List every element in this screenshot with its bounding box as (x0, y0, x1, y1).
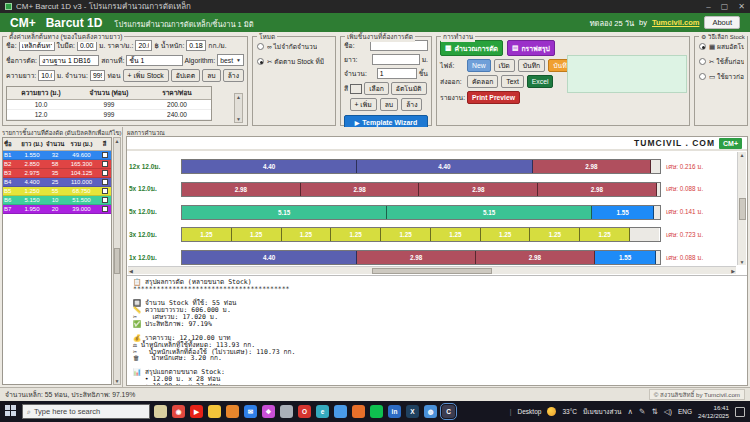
piece-row[interactable]: B65.1501051.500 (3, 196, 111, 205)
file-explorer-icon[interactable] (208, 405, 221, 418)
delete-piece-button[interactable]: ลบ (380, 98, 398, 111)
clear-piece-button[interactable]: ล้าง (401, 98, 422, 111)
stock-qty-input[interactable] (90, 70, 106, 81)
tumcivil-logo-icon[interactable] (154, 405, 167, 418)
chart-vertical-scrollbar[interactable]: ▲ ▼ (737, 152, 746, 265)
piece-row[interactable]: B11.5503249.600 (3, 151, 111, 160)
pen-icon[interactable]: ✎ (639, 407, 645, 416)
about-button[interactable]: About (704, 16, 740, 29)
weather-temp[interactable]: 33°C (562, 408, 577, 415)
piece-row[interactable]: B44.40025110.000 (3, 178, 111, 187)
minimize-button[interactable]: – (706, 2, 710, 11)
language-indicator[interactable]: ENG (678, 408, 692, 415)
store-icon[interactable] (226, 405, 239, 418)
auto-color-button[interactable]: อัตโนมัติ (391, 82, 427, 95)
scrollbar-thumb[interactable] (114, 248, 120, 274)
taskbar-search[interactable]: ⌕ Type here to search (22, 404, 150, 419)
mail-icon[interactable]: ✉ (244, 405, 257, 418)
browser-icon[interactable] (334, 405, 347, 418)
stock-method-option[interactable]: ▭ ใช้ยาวก่อน (699, 71, 744, 82)
place-input[interactable] (126, 55, 182, 66)
network-icon[interactable]: ⇅ (651, 407, 657, 416)
pieces-list-scrollbar[interactable]: ▲ ▼ (113, 137, 121, 385)
stock-table-row[interactable]: 10.0999200.00 (7, 100, 211, 110)
color-checkbox[interactable] (102, 188, 108, 194)
weather-text[interactable]: มีเมฆบางส่วน (583, 407, 622, 417)
open-file-button[interactable]: เปิด (494, 59, 515, 72)
mode-option[interactable]: ✂ ตัดตาม Stock ที่มี (257, 56, 332, 67)
stock-method-option[interactable]: ✂ ใช้สั้นก่อน (699, 56, 744, 67)
volume-icon[interactable]: ◁) (664, 407, 672, 416)
maximize-button[interactable]: ▢ (721, 2, 729, 11)
clear-stock-button[interactable]: ล้าง (223, 69, 244, 82)
scroll-up-icon[interactable]: ▲ (115, 138, 120, 144)
algorithm-select[interactable]: best▼ (217, 54, 244, 66)
pick-color-button[interactable]: เลือก (364, 82, 389, 95)
export-excel-button[interactable]: Excel (527, 75, 554, 88)
bar-track: 4.404.402.98 (181, 159, 661, 174)
scroll-down-icon[interactable]: ▼ (236, 116, 241, 122)
cm-barcut-app-icon[interactable]: C (442, 405, 455, 418)
scrollbar-thumb[interactable] (739, 198, 746, 220)
summary-graph-button[interactable]: ▤ กราฟสรุป (507, 40, 555, 56)
stock-method-option[interactable]: ▦ ผสมอัตโนมัติ (699, 41, 744, 52)
color-checkbox[interactable] (102, 170, 108, 176)
opera-icon[interactable]: O (298, 405, 311, 418)
calculate-button[interactable]: ▦ คำนวณการตัด (440, 40, 503, 56)
color-checkbox[interactable] (102, 179, 108, 185)
scroll-right-icon[interactable]: ▶ (731, 268, 735, 274)
add-stock-button[interactable]: + เพิ่ม Stock (123, 69, 169, 82)
color-checkbox[interactable] (102, 161, 108, 167)
save-file-button[interactable]: บันทึก (518, 59, 546, 72)
scroll-down-icon[interactable]: ▼ (740, 259, 745, 265)
close-button[interactable]: ✕ (738, 2, 745, 11)
price-input[interactable] (135, 40, 152, 51)
stock-table-scrollbar[interactable]: ▲▼ (234, 93, 243, 123)
scroll-up-icon[interactable]: ▲ (740, 152, 745, 158)
globe-icon[interactable]: ◍ (424, 405, 437, 418)
piece-row[interactable]: B22.85058165.300 (3, 160, 111, 169)
scroll-up-icon[interactable]: ▲ (236, 94, 241, 100)
color-checkbox[interactable] (102, 152, 108, 158)
linkedin-icon[interactable]: in (388, 405, 401, 418)
stock-length-input[interactable] (38, 70, 55, 81)
cut-name-input[interactable] (39, 55, 99, 66)
piece-row[interactable]: B32.97535104.125 (3, 169, 111, 178)
notification-center-icon[interactable] (735, 407, 745, 417)
chrome-icon[interactable]: ◉ (172, 405, 185, 418)
copy-button[interactable]: คัดลอก (467, 75, 498, 88)
piece-length-input[interactable] (372, 54, 420, 65)
photos-icon[interactable]: ❖ (262, 405, 275, 418)
youtube-icon[interactable]: ▶ (190, 405, 203, 418)
piece-row[interactable]: B51.2505568.750 (3, 187, 111, 196)
tray-expand-icon[interactable]: ∧ (628, 407, 634, 416)
chart-horizontal-scrollbar[interactable]: ◀ ▶ (128, 266, 736, 274)
edge-icon[interactable]: e (316, 405, 329, 418)
clock[interactable]: 16:41 24/12/2025 (698, 404, 729, 418)
scroll-left-icon[interactable]: ◀ (129, 268, 133, 274)
add-piece-button[interactable]: + เพิ่ม (350, 98, 377, 111)
piece-qty-input[interactable] (377, 68, 417, 79)
color-checkbox[interactable] (102, 197, 108, 203)
print-preview-button[interactable]: Print Preview (467, 91, 520, 104)
mode-option[interactable]: ∞ ไม่จำกัดจำนวน (257, 41, 332, 52)
new-file-button[interactable]: New (467, 59, 491, 72)
printer-icon[interactable] (280, 405, 293, 418)
excel-icon[interactable]: X (406, 405, 419, 418)
line-icon[interactable] (370, 405, 383, 418)
scrollbar-thumb[interactable] (372, 268, 492, 274)
stock-table-row[interactable]: 12.0999240.00 (7, 110, 211, 120)
weight-input[interactable] (186, 40, 206, 51)
color-checkbox[interactable] (102, 206, 108, 212)
firefox-icon[interactable] (352, 405, 365, 418)
tumcivil-link[interactable]: Tumcivil.com (652, 18, 699, 27)
piece-row[interactable]: B71.9502039.000 (3, 205, 111, 214)
start-button-icon[interactable] (5, 405, 18, 418)
color-swatch[interactable] (350, 84, 362, 94)
delete-stock-button[interactable]: ลบ (202, 69, 220, 82)
show-desktop-button[interactable]: Desktop (518, 408, 542, 415)
export-text-button[interactable]: Text (501, 75, 523, 88)
update-stock-button[interactable]: อัปเดต (171, 69, 201, 82)
scroll-down-icon[interactable]: ▼ (115, 378, 120, 384)
summary-text[interactable]: 📋 สรุปผลการตัด (หลายขนาด Stock)*********… (127, 275, 747, 385)
